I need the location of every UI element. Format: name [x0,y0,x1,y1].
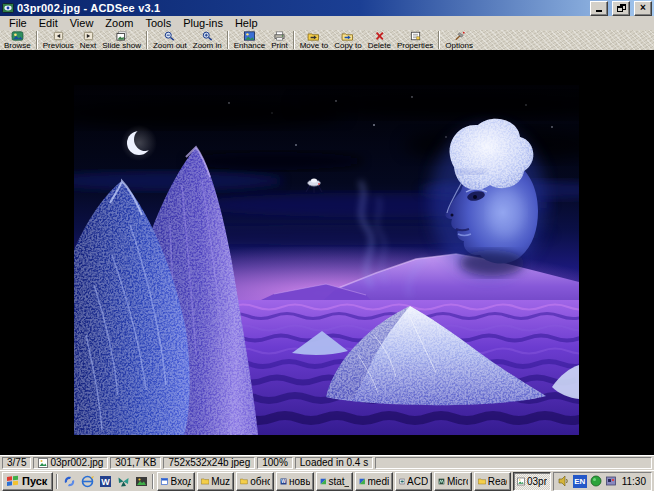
delete-button[interactable]: Delete [365,30,394,50]
task-label: Micro... [447,476,468,487]
copy-to-button[interactable]: Copy to [331,30,365,50]
task-03pr-active[interactable]: 03pr... [513,472,551,491]
language-indicator[interactable]: EN [573,475,587,488]
media-app-icon [359,476,366,487]
media-app-icon [320,476,327,487]
tray-app-icon[interactable] [605,475,617,487]
properties-button[interactable]: Properties [394,30,436,50]
menu-plugins[interactable]: Plug-ins [177,16,229,30]
acdsee-window: 03pr002.jpg - ACDSee v3.1 × File Edit Vi… [0,0,654,491]
word-icon: W [280,476,287,487]
status-dimensions: 752x532x24b jpeg [163,457,255,469]
word-icon: W [99,475,112,488]
minimize-icon [596,10,602,12]
statusbar: 3/75 03pr002.jpg 301,7 KB 752x532x24b jp… [0,455,654,470]
enhance-label: Enhance [234,42,266,50]
svg-text:W: W [281,479,286,484]
task-label: обно... [250,476,270,487]
move-to-button[interactable]: Move to [297,30,331,50]
minimize-button[interactable] [590,1,608,16]
slide-show-label: Slide show [102,42,141,50]
restore-button[interactable] [612,1,630,16]
menu-tools[interactable]: Tools [139,16,177,30]
task-label: новы... [289,476,309,487]
next-icon [81,31,96,41]
task-micro[interactable]: Micro... [434,472,472,491]
zoom-out-label: Zoom out [153,42,187,50]
titlebar[interactable]: 03pr002.jpg - ACDSee v3.1 × [0,0,654,16]
quicklaunch-app-button[interactable] [115,473,131,489]
imaging-app-icon [135,475,148,488]
task-stat-ed[interactable]: stat_ed [316,472,354,491]
options-button[interactable]: Options [442,30,476,50]
menu-view[interactable]: View [64,16,100,30]
imaging-app-button[interactable] [133,473,149,489]
move-to-label: Move to [300,42,328,50]
print-button[interactable]: Print [268,30,290,50]
start-button[interactable]: Пуск [2,472,53,491]
zoom-in-button[interactable]: Zoom in [190,30,225,50]
restore-icon [617,4,626,12]
browse-button[interactable]: Browse [1,30,34,50]
folder-icon [240,476,248,486]
folder-icon [201,476,209,486]
options-label: Options [445,42,473,50]
folder-icon [478,476,486,486]
antivirus-tray-icon[interactable] [590,475,602,487]
status-filename: 03pr002.jpg [50,458,103,468]
close-icon: × [640,3,646,13]
enhance-button[interactable]: Enhance [231,30,269,50]
status-zoom-level: 100% [257,457,293,469]
window-task-icon [161,476,168,487]
options-icon [452,31,467,41]
task-muzr2[interactable]: Muzr2 [197,472,235,491]
zoom-out-icon [162,31,177,41]
status-position: 3/75 [2,457,31,469]
internet-explorer-icon [81,475,94,488]
svg-text:W: W [101,477,110,487]
internet-explorer-button[interactable] [79,473,95,489]
menu-zoom[interactable]: Zoom [99,16,139,30]
acdsee-task-icon [399,476,405,487]
butterfly-app-icon [117,475,130,488]
copy-to-icon [340,31,355,41]
acdsee-app-icon [2,2,14,14]
browse-icon [10,31,25,41]
image-file-icon [38,458,48,468]
task-media[interactable]: media... [355,472,393,491]
menu-help[interactable]: Help [229,16,264,30]
slide-show-button[interactable]: Slide show [99,30,144,50]
print-label: Print [271,42,287,50]
volume-icon[interactable] [558,475,570,487]
properties-icon [408,31,423,41]
toolbar: Browse Previous Next Slide show [0,30,654,51]
start-label: Пуск [22,475,47,487]
task-acdsee[interactable]: ACDS... [395,472,433,491]
clock[interactable]: 11:30 [622,476,646,487]
task-obno[interactable]: обно... [236,472,274,491]
menu-file[interactable]: File [3,16,33,30]
zoom-in-label: Zoom in [193,42,222,50]
task-vhod[interactable]: Вход... [157,472,195,491]
menu-edit[interactable]: Edit [33,16,64,30]
toolbar-separator [146,31,148,49]
image-file-icon [517,476,525,487]
status-load-time: Loaded in 0.4 s [295,457,373,469]
word-quicklaunch-button[interactable]: W [97,473,113,489]
task-novy[interactable]: W новы... [276,472,314,491]
previous-button[interactable]: Previous [40,30,77,50]
copy-to-label: Copy to [334,42,362,50]
toolbar-separator [293,31,295,49]
close-button[interactable]: × [634,1,652,16]
slide-show-icon [114,31,129,41]
next-button[interactable]: Next [77,30,99,50]
delete-label: Delete [368,42,391,50]
zoom-out-button[interactable]: Zoom out [150,30,190,50]
task-ready[interactable]: Ready [474,472,512,491]
task-label: 03pr... [527,476,547,487]
move-to-icon [306,31,321,41]
enhance-icon [242,31,257,41]
artwork-image[interactable] [74,85,579,435]
next-label: Next [80,42,96,50]
show-desktop-button[interactable] [61,473,77,489]
